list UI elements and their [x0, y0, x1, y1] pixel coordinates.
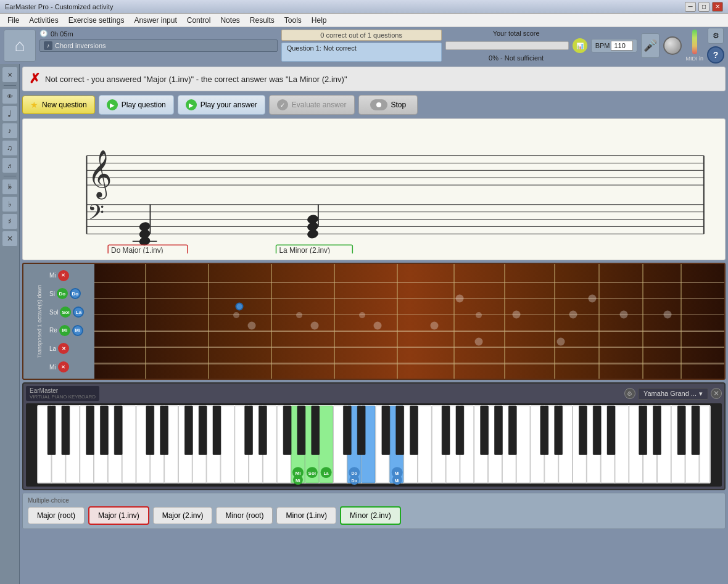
music-sheet: 𝄞 𝄢 Do: [22, 118, 726, 260]
svg-rect-95: [410, 406, 418, 454]
fret-9: [598, 264, 600, 379]
fret-6: [453, 264, 455, 379]
new-question-button[interactable]: ★ New question: [22, 96, 95, 114]
fret-note-mi3: [556, 338, 565, 346]
stop-label: Stop: [391, 101, 407, 109]
main-layout: ✕ 👁 ♩ ♪ ♫ ♬ 𝄫 ♭ ♯ ✕ ✗ Not correct - you …: [0, 64, 728, 584]
menu-exercise-settings[interactable]: Exercise settings: [64, 15, 130, 26]
evaluate-button[interactable]: ✓ Evaluate answer: [269, 95, 355, 115]
piano-close-btn[interactable]: ✕: [711, 388, 722, 399]
menu-activities[interactable]: Activities: [24, 15, 63, 26]
fret-note-re2: [311, 322, 319, 330]
string-label-re: Re: [49, 327, 57, 334]
string-line-1: [94, 282, 724, 283]
fret-10: [642, 264, 643, 379]
menu-answer-input[interactable]: Answer input: [129, 15, 181, 26]
fret-note-sol4: [619, 310, 627, 318]
mc-btn-major-1inv[interactable]: Major (1.inv): [88, 506, 149, 525]
svg-rect-93: [382, 406, 390, 454]
menu-control[interactable]: Control: [182, 15, 216, 26]
settings-knob[interactable]: [663, 36, 682, 55]
close-button[interactable]: ✕: [712, 2, 723, 12]
play-question-button[interactable]: ▶ Play question: [99, 95, 174, 115]
activity-name: Chord inversions: [55, 42, 106, 49]
mc-btn-minor-root[interactable]: Minor (root): [216, 507, 273, 524]
piano-keys[interactable]: // Will render via inline JS below: [28, 405, 720, 485]
svg-text:Mi: Mi: [395, 479, 400, 483]
score-percent: 0% - Not sufficient: [489, 54, 544, 62]
header-info: 🕐 0h 05m ♪ Chord inversions: [39, 30, 278, 62]
volume-slider[interactable]: [692, 30, 697, 54]
string-dot-mi-x: ✕: [58, 361, 69, 372]
instrument-name: Yamaha Grand ...: [643, 390, 697, 397]
svg-rect-109: [692, 406, 700, 454]
svg-rect-106: [639, 406, 647, 454]
mc-btn-minor-2inv[interactable]: Minor (2.inv): [340, 506, 401, 525]
piano-brand-text: EarMaster: [30, 387, 96, 394]
svg-text:Do Major (1.inv): Do Major (1.inv): [111, 246, 163, 253]
fret-note-re3: [374, 322, 382, 330]
svg-rect-103: [579, 406, 587, 454]
home-button[interactable]: ⌂: [4, 30, 36, 62]
svg-rect-34: [122, 406, 136, 483]
minimize-button[interactable]: ─: [685, 2, 696, 12]
menu-results[interactable]: Results: [245, 15, 279, 26]
fret-7: [504, 264, 505, 379]
error-bar: ✗ Not correct - you answered "Major (1.i…: [22, 67, 726, 91]
check-icon: ✓: [277, 99, 288, 110]
sidebar-btn-1[interactable]: ✕: [2, 67, 18, 83]
instrument-arrow: ▾: [699, 390, 703, 398]
svg-rect-79: [100, 406, 108, 454]
transpose-label: Transposed 1 octave(s) down: [33, 264, 46, 379]
svg-rect-69: [615, 406, 629, 483]
sidebar-btn-5[interactable]: ♬: [2, 157, 18, 173]
help-button[interactable]: ?: [707, 46, 724, 64]
sidebar-btn-6[interactable]: 𝄫: [2, 179, 18, 195]
svg-text:Do: Do: [352, 471, 357, 475]
stop-button[interactable]: Stop: [358, 95, 418, 115]
piano-brand: EarMaster VIRTUAL PIANO KEYBOARD: [26, 386, 99, 401]
mc-btn-major-2inv[interactable]: Major (2.inv): [153, 507, 213, 524]
menubar: File Activities Exercise settings Answer…: [0, 14, 728, 27]
string-sol: Sol Sol La: [49, 306, 92, 318]
svg-rect-99: [494, 406, 502, 454]
sidebar-btn-2[interactable]: ♩: [2, 105, 18, 121]
knob-section: [663, 36, 682, 55]
piano-brand-sub: VIRTUAL PIANO KEYBOARD: [30, 394, 96, 400]
menu-file[interactable]: File: [2, 15, 24, 26]
svg-rect-88: [283, 406, 291, 454]
piano-settings-btn[interactable]: ⚙: [624, 388, 635, 399]
play-answer-button[interactable]: ▶ Play your answer: [178, 95, 265, 115]
sidebar-btn-9[interactable]: ✕: [2, 231, 18, 247]
fret-3: [271, 264, 272, 379]
bpm-control: BPM 110: [591, 39, 638, 52]
svg-rect-90: [312, 406, 320, 454]
menu-help[interactable]: Help: [307, 15, 332, 26]
sidebar-btn-3[interactable]: ♪: [2, 123, 18, 139]
inlay-9: [359, 312, 365, 318]
svg-rect-107: [653, 406, 661, 454]
sidebar-btn-eye[interactable]: 👁: [2, 88, 18, 104]
sidebar-btn-7[interactable]: ♭: [2, 196, 18, 212]
svg-point-21: [307, 228, 320, 239]
string-label-mi1: Mi: [49, 272, 56, 279]
action-bar: ★ New question ▶ Play question ▶ Play yo…: [22, 94, 726, 116]
menu-tools[interactable]: Tools: [279, 15, 307, 26]
string-line-2: [94, 298, 724, 299]
piano-instrument-selector[interactable]: Yamaha Grand ... ▾: [638, 388, 708, 400]
bpm-value[interactable]: 110: [611, 41, 633, 51]
svg-point-16: [138, 221, 151, 232]
mc-btn-major-root[interactable]: Major (root): [28, 507, 85, 524]
score-bar-container: [445, 41, 569, 50]
sidebar-btn-4[interactable]: ♫: [2, 140, 18, 156]
string-dot-la-x: ✕: [58, 343, 69, 354]
menu-notes[interactable]: Notes: [215, 15, 244, 26]
settings-icon[interactable]: ⚙: [708, 28, 724, 44]
svg-rect-105: [607, 406, 615, 454]
sidebar-btn-8[interactable]: ♯: [2, 213, 18, 229]
mc-btn-minor-1inv[interactable]: Minor (1.inv): [276, 507, 336, 524]
fret-note-sol5: [664, 310, 672, 318]
timer-display: 🕐 0h 05m: [39, 30, 278, 38]
score-label: Your total score: [493, 30, 540, 37]
maximize-button[interactable]: □: [698, 2, 709, 12]
